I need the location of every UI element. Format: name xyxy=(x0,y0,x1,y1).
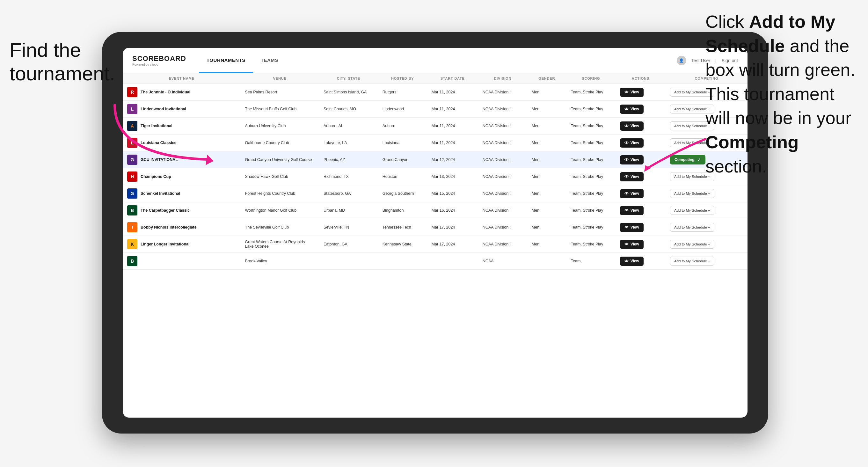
actions-cell: 👁 View xyxy=(616,236,665,253)
city-cell: Eatonton, GA xyxy=(319,236,378,253)
city-cell: Lafayette, LA xyxy=(319,134,378,151)
actions-cell: 👁 View xyxy=(616,134,665,151)
event-name: Champions Cup xyxy=(141,175,171,179)
actions-cell: 👁 View xyxy=(616,168,665,185)
scoring-cell: Team, Stroke Play xyxy=(566,118,616,134)
gender-cell: Men xyxy=(527,118,566,134)
scoring-cell: Team, Stroke Play xyxy=(566,219,616,236)
division-cell: NCAA Division I xyxy=(478,151,527,168)
team-logo: G xyxy=(127,155,137,165)
city-cell xyxy=(319,253,378,270)
division-cell: NCAA Division I xyxy=(478,101,527,118)
view-button[interactable]: 👁 View xyxy=(620,121,644,131)
scoring-cell: Team, Stroke Play xyxy=(566,151,616,168)
tab-teams[interactable]: TEAMS xyxy=(253,48,286,73)
hosted-cell: Tennessee Tech xyxy=(378,219,427,236)
venue-cell: The Missouri Bluffs Golf Club xyxy=(241,101,319,118)
add-to-schedule-button[interactable]: Add to My Schedule + xyxy=(670,206,714,215)
add-schedule-label: Add to My Schedule + xyxy=(674,141,710,145)
table-row: B The Carpetbagger Classic Worthington M… xyxy=(123,202,747,219)
team-logo: L xyxy=(127,138,137,148)
eye-icon: 👁 xyxy=(624,90,629,95)
city-cell: Urbana, MD xyxy=(319,202,378,219)
view-button[interactable]: 👁 View xyxy=(620,88,644,97)
competing-cell: Add to My Schedule + xyxy=(665,185,747,202)
division-cell: NCAA Division I xyxy=(478,219,527,236)
table-header: EVENT NAME VENUE CITY, STATE HOSTED BY S… xyxy=(123,73,747,84)
competing-cell: Add to My Schedule + xyxy=(665,202,747,219)
event-name-cell: K Linger Longer Invitational xyxy=(127,239,236,249)
competing-cell: Add to My Schedule + xyxy=(665,219,747,236)
table-row: A Tiger Invitational Auburn University C… xyxy=(123,118,747,134)
add-to-schedule-button[interactable]: Add to My Schedule + xyxy=(670,240,714,249)
gender-cell: Men xyxy=(527,134,566,151)
table-row: G Schenkel Invitational Forest Heights C… xyxy=(123,185,747,202)
hosted-cell: Binghamton xyxy=(378,202,427,219)
check-icon: ✓ xyxy=(697,157,701,162)
table-row: L Louisiana Classics Oakbourne Country C… xyxy=(123,134,747,151)
table-row: R The Johnnie - O Individual Sea Palms R… xyxy=(123,84,747,101)
add-to-schedule-button[interactable]: Add to My Schedule + xyxy=(670,257,714,266)
view-button[interactable]: 👁 View xyxy=(620,223,644,232)
view-button[interactable]: 👁 View xyxy=(620,104,644,114)
actions-cell: 👁 View xyxy=(616,202,665,219)
event-name-cell: H Champions Cup xyxy=(127,172,236,182)
venue-cell: Grand Canyon University Golf Course xyxy=(241,151,319,168)
venue-cell: Auburn University Club xyxy=(241,118,319,134)
venue-cell: The Sevierville Golf Club xyxy=(241,219,319,236)
event-name: Schenkel Invitational xyxy=(141,191,180,196)
tablet-device: SCOREBOARD Powered by clippd TOURNAMENTS… xyxy=(102,32,768,434)
main-nav: TOURNAMENTS TEAMS xyxy=(199,48,286,73)
scoring-cell: Team, Stroke Play xyxy=(566,134,616,151)
event-name: Linger Longer Invitational xyxy=(141,242,189,246)
scoring-cell: Team, Stroke Play xyxy=(566,236,616,253)
add-to-schedule-button[interactable]: Add to My Schedule + xyxy=(670,189,714,198)
view-button[interactable]: 👁 View xyxy=(620,206,644,215)
hosted-cell: Georgia Southern xyxy=(378,185,427,202)
city-cell: Richmond, TX xyxy=(319,168,378,185)
view-button[interactable]: 👁 View xyxy=(620,240,644,249)
add-schedule-label: Add to My Schedule + xyxy=(674,259,710,263)
view-button[interactable]: 👁 View xyxy=(620,155,644,164)
eye-icon: 👁 xyxy=(624,157,629,162)
date-cell: Mar 11, 2024 xyxy=(427,84,478,101)
event-name: Bobby Nichols Intercollegiate xyxy=(141,225,197,229)
gender-cell: Men xyxy=(527,236,566,253)
add-schedule-label: Add to My Schedule + xyxy=(674,107,710,111)
col-header-scoring: SCORING xyxy=(566,73,616,84)
gender-cell: Men xyxy=(527,185,566,202)
app-logo: SCOREBOARD Powered by clippd xyxy=(132,55,186,66)
tablet-screen: SCOREBOARD Powered by clippd TOURNAMENTS… xyxy=(123,48,747,417)
date-cell: Mar 13, 2024 xyxy=(427,168,478,185)
col-header-division: DIVISION xyxy=(478,73,527,84)
add-to-schedule-button[interactable]: Add to My Schedule + xyxy=(670,223,714,232)
competing-cell: Add to My Schedule + xyxy=(665,253,747,270)
event-name-cell: B The Carpetbagger Classic xyxy=(127,205,236,216)
logo-sub-text: Powered by clippd xyxy=(132,63,186,66)
gender-cell: Men xyxy=(527,168,566,185)
tab-tournaments[interactable]: TOURNAMENTS xyxy=(199,48,253,73)
division-cell: NCAA xyxy=(478,253,527,270)
competing-button[interactable]: Competing ✓ xyxy=(670,155,706,164)
date-cell: Mar 12, 2024 xyxy=(427,151,478,168)
view-button[interactable]: 👁 View xyxy=(620,172,644,181)
venue-cell: Great Waters Course At Reynolds Lake Oco… xyxy=(241,236,319,253)
date-cell: Mar 17, 2024 xyxy=(427,236,478,253)
gender-cell: Men xyxy=(527,202,566,219)
col-header-gender: GENDER xyxy=(527,73,566,84)
table-body: R The Johnnie - O Individual Sea Palms R… xyxy=(123,84,747,270)
view-button[interactable]: 👁 View xyxy=(620,138,644,148)
division-cell: NCAA Division I xyxy=(478,202,527,219)
city-cell: Sevierville, TN xyxy=(319,219,378,236)
division-cell: NCAA Division I xyxy=(478,118,527,134)
eye-icon: 👁 xyxy=(624,225,629,230)
team-logo: T xyxy=(127,222,137,232)
view-button[interactable]: 👁 View xyxy=(620,189,644,198)
date-cell xyxy=(427,253,478,270)
table-row: H Champions Cup Shadow Hawk Golf ClubRic… xyxy=(123,168,747,185)
event-name-cell: A Tiger Invitational xyxy=(127,121,236,131)
venue-cell: Oakbourne Country Club xyxy=(241,134,319,151)
view-button[interactable]: 👁 View xyxy=(620,257,644,266)
app-header: SCOREBOARD Powered by clippd TOURNAMENTS… xyxy=(123,48,747,73)
team-logo: A xyxy=(127,121,137,131)
